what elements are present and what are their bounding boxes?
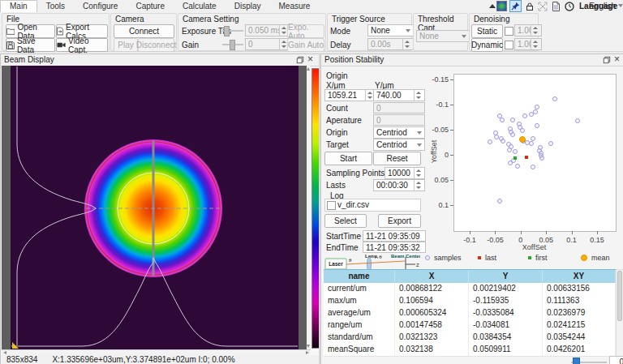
origin-select[interactable]: Centriod <box>373 126 425 139</box>
menu-tab-calculate[interactable]: Calculate <box>174 0 226 12</box>
menu-tab-tools[interactable]: Tools <box>37 0 74 12</box>
menu-tab-main[interactable]: Main <box>0 0 37 12</box>
lock-icon[interactable] <box>524 1 535 11</box>
log-file-checkbox[interactable] <box>327 201 336 210</box>
static-button[interactable]: Static <box>471 24 503 38</box>
select-label: Select <box>334 216 357 225</box>
scroll-left-icon[interactable] <box>3 351 6 354</box>
stat-name-cell: max/um <box>324 295 395 307</box>
dynamic-value-field[interactable]: 1.00 <box>514 38 542 50</box>
gain-spinner[interactable] <box>279 39 287 49</box>
table-row-standard/um[interactable]: standard/um0.03213230.03843540.0354244 <box>324 332 616 345</box>
gain-auto-button[interactable]: Gain Auto <box>287 38 324 52</box>
static-spinner[interactable] <box>531 25 539 36</box>
target-select[interactable]: Centriod <box>373 139 425 151</box>
clock-glyph <box>565 2 574 11</box>
origin-y-spinner[interactable] <box>414 90 422 101</box>
exposure-spinner[interactable] <box>279 25 287 36</box>
table-header-X[interactable]: X <box>395 270 469 283</box>
menu-tab-measure[interactable]: Measure <box>269 0 319 12</box>
log-file-name: v_dir.csv <box>337 200 369 209</box>
save-data-button[interactable]: Save Data <box>6 38 55 52</box>
origin-x-spinner[interactable] <box>365 90 373 101</box>
sampling-points-field[interactable]: 10000 <box>385 167 425 179</box>
beam-vertical-scrollbar[interactable] <box>307 66 311 349</box>
beam-image[interactable] <box>11 66 299 349</box>
exposure-slider[interactable] <box>222 24 243 36</box>
menu-tab-capture[interactable]: Capture <box>127 0 174 12</box>
static-value-field[interactable]: 1.00 <box>514 24 542 36</box>
table-header-XY[interactable]: XY <box>543 270 616 283</box>
beam-panel-header[interactable]: Beam Display × <box>1 54 320 66</box>
history-slider-handle[interactable] <box>573 358 580 364</box>
scroll-down-icon[interactable] <box>307 345 310 348</box>
sampling-spinner[interactable] <box>414 168 422 178</box>
float-panel-icon[interactable] <box>602 55 611 64</box>
scroll-up-icon[interactable] <box>307 67 310 71</box>
history-slider[interactable] <box>571 356 607 364</box>
dynamic-spinner[interactable] <box>531 39 539 49</box>
exposure-slider-handle[interactable] <box>224 26 230 36</box>
mean-legend-label: mean <box>591 254 610 262</box>
video-capture-button[interactable]: Video Capt. <box>56 38 108 52</box>
export-button[interactable]: Export <box>378 214 421 228</box>
colormap-icon[interactable] <box>496 1 507 11</box>
play-button[interactable]: Play <box>114 38 138 52</box>
last-data-point <box>525 156 528 159</box>
stability-scatter-plot[interactable] <box>453 74 617 232</box>
beam-display-panel: Beam Display × <box>0 54 320 364</box>
exposure-value-field[interactable]: 0.050 ms <box>245 24 290 36</box>
table-row-max/um[interactable]: max/um0.106594-0.1159350.111363 <box>324 295 616 308</box>
fullscreen-icon[interactable] <box>537 1 548 11</box>
report-icon[interactable] <box>551 1 561 11</box>
start-button[interactable]: Start <box>324 152 372 165</box>
lasts-field[interactable]: 00:00:30 <box>373 179 425 191</box>
dynamic-checkbox[interactable] <box>505 41 513 49</box>
document-glyph <box>552 2 561 11</box>
table-header-Y[interactable]: Y <box>469 270 543 283</box>
table-row-range/um[interactable]: range/um0.00147458-0.0340810.0241215 <box>324 319 616 332</box>
gain-slider[interactable] <box>222 38 243 50</box>
origin-x-field[interactable]: 1059.21 <box>324 89 376 101</box>
table-row-average/um[interactable]: average/um0.000605324-0.03350840.0236979 <box>324 307 616 320</box>
close-panel-icon[interactable]: × <box>612 55 621 64</box>
samples-data-point <box>529 112 534 117</box>
dynamic-button[interactable]: Dynamic <box>471 38 503 52</box>
disconnect-label: Disconnect <box>136 41 176 49</box>
gain-slider-handle[interactable] <box>230 40 235 50</box>
threshold-select[interactable]: None <box>416 30 470 42</box>
table-row-meanSquare[interactable]: meanSquare0.0321380.05099110.0426201 <box>324 344 616 357</box>
delay-field[interactable]: 0.00s <box>367 38 414 50</box>
menu-tab-display[interactable]: Display <box>226 0 270 12</box>
language-select[interactable]: English <box>595 0 623 11</box>
clock-icon[interactable] <box>564 1 574 11</box>
float-panel-icon[interactable] <box>295 55 304 64</box>
table-header-name[interactable]: name <box>324 270 395 283</box>
static-checkbox[interactable] <box>505 27 513 36</box>
pin-glyph <box>511 2 520 11</box>
disconnect-button[interactable]: Disconnect <box>138 38 174 52</box>
stat-value-cell: -0.115935 <box>469 295 543 307</box>
mode-value: None <box>371 26 403 35</box>
table-row-current/um[interactable]: current/um0.008681220.002194020.00633156 <box>324 283 616 296</box>
mode-label: Mode <box>330 27 350 36</box>
delay-spinner[interactable] <box>402 39 410 49</box>
first-data-point <box>513 156 517 160</box>
scroll-right-icon[interactable] <box>306 351 309 354</box>
y-tick-label: -0.15 <box>428 75 449 84</box>
table-scrollbar-thumb[interactable] <box>617 271 622 321</box>
mode-select[interactable]: None <box>367 24 414 36</box>
lasts-spinner[interactable] <box>414 180 422 191</box>
gain-value-field[interactable]: 0 <box>245 38 290 50</box>
menu-tab-configure[interactable]: Configure <box>74 0 127 12</box>
expo-auto-button[interactable]: Expo. Auto <box>287 24 324 38</box>
connect-button[interactable]: Connect <box>114 24 174 38</box>
origin-y-field[interactable]: 740.00 <box>373 89 425 101</box>
camera-connect-group: Camera Connect Connect Play Disconnect <box>110 13 177 51</box>
table-scrollbar[interactable] <box>616 269 623 360</box>
pin-icon[interactable] <box>509 0 522 12</box>
select-button[interactable]: Select <box>324 214 367 228</box>
stability-panel-header[interactable]: Position Stability × <box>321 54 623 66</box>
close-panel-icon[interactable]: × <box>306 55 315 64</box>
reset-button[interactable]: Reset <box>373 152 421 165</box>
